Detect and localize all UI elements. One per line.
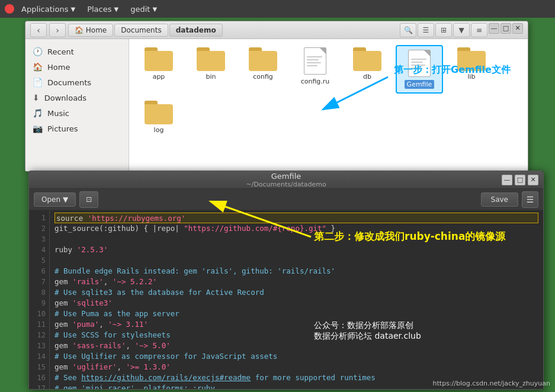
list-view-icon[interactable]: ☰	[418, 23, 434, 37]
file-manager-sidebar: 🕐 Recent 🏠 Home 📄 Documents ⬇ Downloads …	[25, 39, 129, 171]
code-line-14: # Use Uglifier as compressor for JavaScr…	[54, 351, 538, 362]
grid-view-icon[interactable]: ⊞	[435, 23, 452, 37]
file-item-log[interactable]: log	[135, 98, 182, 136]
file-label-app: app	[153, 73, 165, 81]
sidebar-item-downloads[interactable]: ⬇ Downloads	[25, 90, 129, 105]
applications-menu[interactable]: Applications ▼	[17, 4, 80, 15]
editor-menu-button[interactable]: ☰	[522, 191, 538, 208]
top-menubar: Applications ▼ Places ▼ gedit ▼	[0, 0, 555, 18]
folder-icon-app	[145, 47, 173, 71]
watermark: https://blog.csdn.net/jacky_zhuyuan	[433, 380, 550, 387]
editor-body: 1 2 3 4 5 6 7 8 9 10 11 12 13 14 15 16 1…	[29, 210, 543, 389]
places-label: Places	[87, 5, 111, 14]
text-editor-window: Gemfile ~/Documents/datademo — □ ✕ Open …	[28, 171, 544, 390]
code-line-9: gem 'sqlite3'	[54, 298, 538, 309]
folder-icon-lib	[457, 47, 486, 71]
titlebar-nav: ‹ › 🏠 Home Documents datademo	[30, 23, 223, 37]
file-item-gemfile[interactable]: Gemfile	[396, 45, 443, 94]
sort-icon[interactable]: ▼	[453, 23, 470, 37]
open-button[interactable]: Open ▼	[34, 192, 76, 207]
nav-back-button[interactable]: ‹	[30, 23, 47, 37]
editor-titlebar: Gemfile ~/Documents/datademo — □ ✕	[29, 171, 543, 189]
search-icon[interactable]: 🔍	[400, 23, 416, 37]
file-label-log: log	[154, 126, 164, 134]
sidebar-item-recent[interactable]: 🕐 Recent	[25, 44, 129, 59]
line-num-2: 2	[29, 223, 49, 234]
code-line-5	[54, 255, 538, 266]
line-num-16: 16	[29, 372, 49, 383]
code-line-15: gem 'uglifier', '>= 1.3.0'	[54, 362, 538, 372]
file-content-area: app bin config	[129, 39, 528, 171]
file-item-lib[interactable]: lib	[448, 45, 495, 94]
editor-toolbar: Open ▼ ⊡ Save ☰	[29, 189, 543, 210]
maximize-button[interactable]: □	[501, 23, 511, 34]
sidebar-label-recent: Recent	[47, 47, 74, 56]
gedit-menu[interactable]: gedit ▼	[126, 4, 162, 15]
line-num-7: 7	[29, 277, 49, 287]
folder-icon-log	[145, 101, 173, 124]
applications-label: Applications	[21, 5, 68, 14]
code-line-6: # Bundle edge Rails instead: gem 'rails'…	[54, 266, 538, 277]
gedit-caret: ▼	[152, 6, 157, 12]
applications-caret: ▼	[70, 6, 75, 12]
file-item-db[interactable]: db	[344, 45, 391, 94]
breadcrumb-home[interactable]: 🏠 Home	[68, 24, 113, 37]
code-area[interactable]: source 'https://rubygems.org' git_source…	[50, 210, 543, 389]
line-num-12: 12	[29, 330, 49, 340]
breadcrumb-documents[interactable]: Documents	[114, 24, 168, 37]
gedit-label: gedit	[130, 5, 150, 14]
nav-forward-button[interactable]: ›	[49, 23, 66, 37]
editor-titlebar-btns: — □ ✕	[502, 175, 538, 185]
file-label-db: db	[363, 73, 371, 81]
file-item-configru[interactable]: config.ru	[291, 45, 339, 94]
open-caret: ▼	[63, 195, 68, 204]
sidebar-item-music[interactable]: 🎵 Music	[25, 105, 129, 121]
menu-icon[interactable]: ≡	[471, 23, 487, 37]
file-manager-titlebar: ‹ › 🏠 Home Documents datademo 🔍 ☰ ⊞ ▼ ≡ …	[25, 21, 528, 39]
code-line-12: # Use SCSS for stylesheets	[54, 330, 538, 340]
line-num-1: 1	[29, 213, 49, 223]
sidebar-item-pictures[interactable]: 📷 Pictures	[25, 121, 129, 136]
code-line-3	[54, 234, 538, 245]
toolbar-icons: 🔍 ☰ ⊞ ▼ ≡ — □ ✕	[400, 23, 523, 37]
file-item-bin[interactable]: bin	[187, 45, 235, 94]
line-num-4: 4	[29, 245, 49, 255]
code-line-13: gem 'sass-rails', '~> 5.0'	[54, 340, 538, 351]
editor-filename: Gemfile	[246, 172, 326, 181]
line-num-8: 8	[29, 287, 49, 298]
file-item-app[interactable]: app	[135, 45, 182, 94]
breadcrumb-datademo[interactable]: datademo	[169, 24, 223, 37]
line-num-14: 14	[29, 351, 49, 362]
code-line-2: git_source(:github) { |repo| "https://gi…	[54, 223, 538, 234]
folder-icon-config	[249, 47, 277, 71]
file-label-gemfile: Gemfile	[405, 80, 435, 89]
line-num-10: 10	[29, 309, 49, 319]
open-label: Open	[41, 195, 60, 204]
line-numbers: 1 2 3 4 5 6 7 8 9 10 11 12 13 14 15 16 1…	[29, 210, 50, 389]
sidebar-label-pictures: Pictures	[47, 124, 78, 133]
save-button[interactable]: Save	[481, 192, 518, 207]
editor-close-button[interactable]: ✕	[528, 175, 538, 185]
file-item-config[interactable]: config	[239, 45, 287, 94]
sidebar-label-documents: Documents	[47, 78, 91, 87]
sidebar-label-music: Music	[47, 109, 69, 118]
file-label-config: config	[253, 73, 273, 81]
home-icon: 🏠	[33, 62, 43, 72]
sidebar-label-home: Home	[47, 63, 70, 72]
close-button[interactable]: ✕	[512, 23, 523, 34]
editor-minimize-button[interactable]: —	[502, 175, 512, 185]
sidebar-item-documents[interactable]: 📄 Documents	[25, 75, 129, 90]
sidebar-item-home[interactable]: 🏠 Home	[25, 59, 129, 75]
text-file-icon-gemfile	[408, 50, 431, 77]
minimize-button[interactable]: —	[489, 23, 499, 34]
editor-maximize-button[interactable]: □	[515, 175, 525, 185]
places-menu[interactable]: Places ▼	[82, 4, 123, 15]
file-manager-window: ‹ › 🏠 Home Documents datademo 🔍 ☰ ⊞ ▼ ≡ …	[25, 21, 528, 172]
code-line-8: # Use sqlite3 as the database for Active…	[54, 287, 538, 298]
editor-icon-button[interactable]: ⊡	[79, 191, 98, 208]
line-num-3: 3	[29, 234, 49, 245]
places-caret: ▼	[114, 6, 118, 12]
file-label-lib: lib	[467, 73, 475, 81]
code-line-1: source 'https://rubygems.org'	[54, 213, 538, 223]
breadcrumb-bar: 🏠 Home Documents datademo	[68, 24, 223, 37]
